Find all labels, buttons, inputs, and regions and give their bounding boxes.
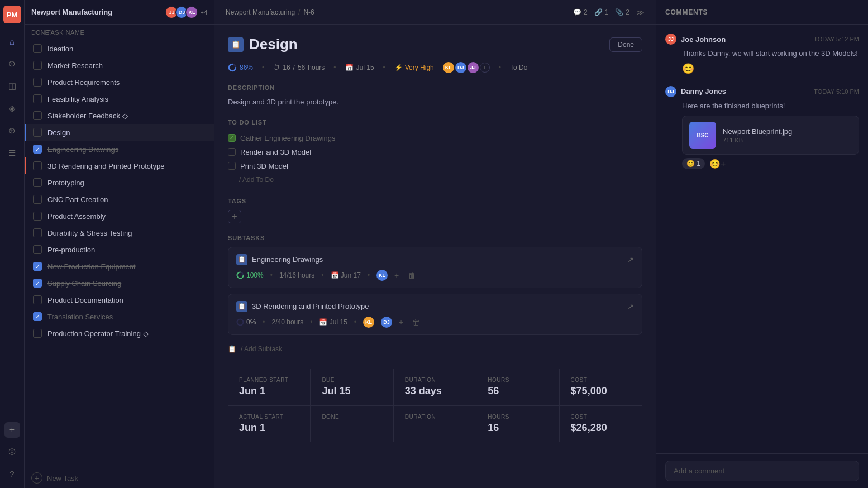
task-list-column-headers: DONE TASK NAME: [25, 25, 214, 40]
task-checkbox-product-requirements[interactable]: [33, 78, 42, 87]
comment-emoji-1[interactable]: 😊: [682, 63, 694, 75]
comment-reaction-2[interactable]: 😊 1: [682, 158, 705, 169]
links-num: 1: [605, 8, 609, 16]
task-item-ideation[interactable]: Ideation: [25, 40, 214, 57]
task-item-product-requirements[interactable]: Product Requirements: [25, 74, 214, 90]
subtask-add-assignee-2[interactable]: +: [399, 318, 403, 327]
subtask-title-row-2: 📋 3D Rendering and Printed Prototype ↗: [236, 301, 634, 312]
duration-value: 33 days: [405, 385, 465, 397]
task-checkbox-engineering-drawings[interactable]: [33, 145, 42, 154]
collapse-panel-button[interactable]: ≫: [636, 8, 645, 17]
task-checkbox-new-production[interactable]: [33, 262, 42, 271]
task-checkbox-prototyping[interactable]: [33, 178, 42, 187]
task-checkbox-3d-rendering[interactable]: [33, 161, 42, 170]
comment-icon: 💬: [573, 8, 581, 16]
subtask-progress-icon-1: [236, 271, 244, 279]
done-badge-button[interactable]: Done: [609, 37, 642, 52]
task-checkbox-durability[interactable]: [33, 228, 42, 237]
task-item-engineering-drawings[interactable]: Engineering Drawings: [25, 141, 214, 157]
task-checkbox-translation[interactable]: [33, 312, 42, 321]
priority-value: Very High: [405, 64, 434, 71]
todo-item-2[interactable]: Render and 3D Model: [228, 145, 642, 159]
subtask-open-button-1[interactable]: ↗: [627, 255, 634, 264]
comment-input[interactable]: [665, 461, 859, 481]
subtask-meta-1: 100% • 14/16 hours • 📅 Jun 17 • KL + 🗑: [236, 270, 634, 281]
tags-label: TAGS: [228, 198, 642, 204]
add-reaction-button-2[interactable]: 😊+: [709, 159, 726, 169]
task-checkbox-market-research[interactable]: [33, 61, 42, 70]
comment-emoji-bar-1: 😊: [682, 63, 859, 75]
todo-checkbox-1[interactable]: [228, 134, 236, 142]
task-item-product-docs[interactable]: Product Documentation: [25, 291, 214, 308]
task-checkbox-ideation[interactable]: [33, 44, 42, 53]
task-checkbox-preproduction[interactable]: [33, 245, 42, 254]
comment-avatar-2: DJ: [665, 86, 676, 97]
task-checkbox-supply-chain[interactable]: [33, 279, 42, 288]
subtask-delete-1[interactable]: 🗑: [408, 271, 416, 280]
todo-checkbox-2[interactable]: [228, 148, 236, 156]
task-item-cnc[interactable]: CNC Part Creation: [25, 191, 214, 208]
inbox-icon[interactable]: ◫: [3, 77, 21, 95]
task-item-durability[interactable]: Durability & Stress Testing: [25, 224, 214, 241]
comment-text-1: Thanks Danny, we will start working on t…: [682, 48, 859, 59]
subtask-add-assignee-1[interactable]: +: [394, 271, 399, 280]
progress-meta: 86%: [228, 63, 253, 72]
team-icon[interactable]: ⊕: [3, 122, 21, 140]
comment-item-1: JJ Joe Johnson TODAY 5:12 PM Thanks Dann…: [665, 34, 859, 75]
task-item-product-assembly[interactable]: Product Assembly: [25, 208, 214, 224]
task-checkbox-product-assembly[interactable]: [33, 212, 42, 221]
description-text: Design and 3D print the prototype.: [228, 97, 642, 108]
task-name-design: Design: [47, 128, 70, 137]
task-item-stakeholder-feedback[interactable]: Stakeholder Feedback ◇: [25, 107, 214, 124]
task-checkbox-cnc[interactable]: [33, 195, 42, 204]
add-task-plus-icon[interactable]: +: [31, 472, 42, 484]
task-item-preproduction[interactable]: Pre-production: [25, 241, 214, 258]
task-item-translation[interactable]: Translation Services: [25, 308, 214, 325]
actual-start-value: Jun 1: [239, 422, 299, 434]
attachment-name-1[interactable]: Newport Blueprint.jpg: [723, 127, 792, 136]
task-checkbox-design[interactable]: [33, 128, 42, 137]
help-icon[interactable]: ?: [3, 465, 21, 482]
home-icon[interactable]: ⌂: [3, 32, 21, 50]
col-done-header: DONE: [31, 29, 42, 36]
search-icon[interactable]: ⊙: [3, 55, 21, 73]
add-todo-button[interactable]: — / Add To Do: [228, 173, 642, 186]
status-meta[interactable]: To Do: [510, 64, 527, 71]
task-checkbox-feasibility-analysis[interactable]: [33, 94, 42, 103]
task-item-feasibility-analysis[interactable]: Feasibility Analysis: [25, 90, 214, 107]
task-name-prototyping: Prototyping: [47, 179, 84, 187]
task-item-production-training[interactable]: Production Operator Training ◇: [25, 325, 214, 342]
avatar-3: KL: [185, 6, 198, 18]
task-checkbox-stakeholder-feedback[interactable]: [33, 111, 42, 120]
task-item-3d-rendering[interactable]: 3D Rendering and Printed Prototype: [25, 157, 214, 174]
task-checkbox-product-docs[interactable]: [33, 295, 42, 304]
todo-item-1[interactable]: Gather Engineering Drawings: [228, 131, 642, 145]
task-item-market-research[interactable]: Market Research: [25, 57, 214, 74]
subtask-open-button-2[interactable]: ↗: [627, 302, 634, 311]
add-assignee-button[interactable]: +: [480, 63, 490, 73]
settings-icon[interactable]: ◎: [3, 442, 21, 460]
task-item-supply-chain[interactable]: Supply Chain Sourcing: [25, 275, 214, 291]
add-task-row[interactable]: + New Task: [25, 468, 214, 488]
task-item-new-production[interactable]: New Production Equipment: [25, 258, 214, 275]
breadcrumb-separator: /: [298, 8, 300, 16]
comments-count: 💬 2: [573, 8, 588, 16]
todo-item-3[interactable]: Print 3D Model: [228, 159, 642, 173]
subtask-icon-1: 📋: [236, 254, 247, 265]
add-project-button[interactable]: +: [4, 422, 20, 438]
comment-header-2: DJ Danny Jones TODAY 5:10 PM: [665, 86, 859, 97]
task-item-design[interactable]: Design: [25, 124, 214, 141]
analytics-icon[interactable]: ◈: [3, 99, 21, 117]
subtask-delete-2[interactable]: 🗑: [412, 318, 420, 327]
add-subtask-button[interactable]: 📋 / Add Subtask: [228, 341, 642, 357]
subtask-progress-1: 100%: [246, 271, 264, 279]
breadcrumb-project[interactable]: Newport Manufacturing: [226, 8, 295, 16]
add-tag-button[interactable]: +: [228, 210, 241, 223]
task-checkbox-production-training[interactable]: [33, 329, 42, 338]
app-logo[interactable]: PM: [3, 6, 21, 23]
avatar-group: JJ DJ KL +4: [165, 6, 207, 18]
todo-checkbox-3[interactable]: [228, 162, 236, 170]
docs-icon[interactable]: ☰: [3, 144, 21, 162]
subtask-hours-1: 14/16 hours: [279, 271, 314, 279]
task-item-prototyping[interactable]: Prototyping: [25, 174, 214, 191]
